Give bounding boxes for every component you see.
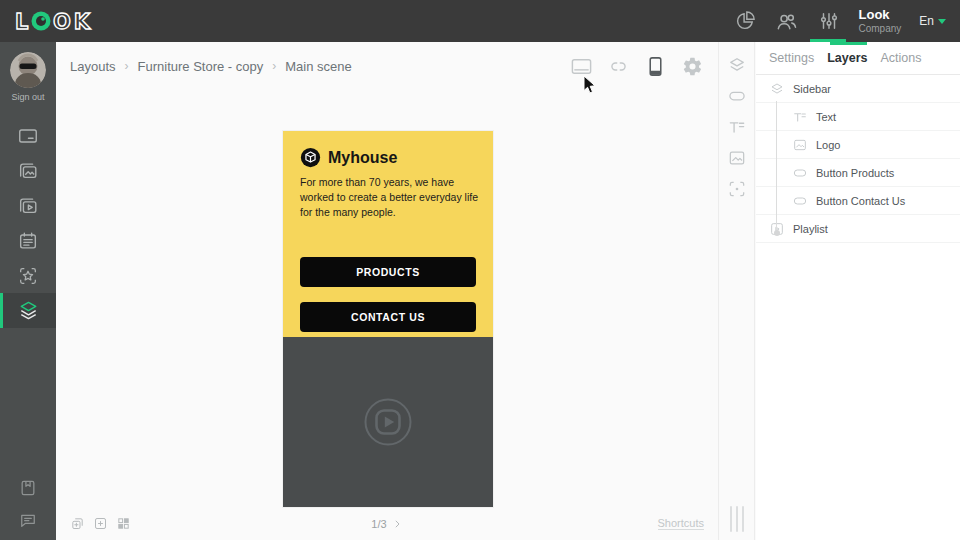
brand-name: Myhouse bbox=[328, 149, 397, 167]
active-nav-underline bbox=[810, 39, 846, 42]
breadcrumb-scene-name[interactable]: Main scene bbox=[285, 59, 351, 74]
grid-view-icon[interactable] bbox=[116, 516, 131, 531]
sidebar-item-media[interactable] bbox=[0, 153, 56, 188]
image-icon bbox=[792, 137, 808, 153]
layer-tree-dot bbox=[774, 230, 780, 236]
media-icon bbox=[17, 160, 39, 182]
sidebar-layer-preview[interactable]: Myhouse For more than 70 years, we have … bbox=[283, 131, 493, 337]
avatar[interactable] bbox=[10, 52, 46, 88]
layer-label: Playlist bbox=[793, 223, 828, 235]
transform-icon[interactable] bbox=[727, 179, 747, 199]
layer-tree-line bbox=[776, 101, 777, 232]
controls-icon[interactable] bbox=[817, 0, 841, 42]
layer-row-sidebar[interactable]: Sidebar bbox=[756, 75, 960, 103]
layer-label: Text bbox=[816, 111, 836, 123]
layers-icon[interactable] bbox=[727, 55, 747, 75]
panel-tabs: Settings Layers Actions bbox=[756, 42, 960, 75]
layers-icon bbox=[769, 81, 785, 97]
duplicate-scene-icon[interactable] bbox=[70, 516, 85, 531]
stats-icon[interactable] bbox=[733, 9, 757, 33]
settings-gear-icon[interactable] bbox=[680, 54, 704, 78]
scene-pagination: 1/3 bbox=[371, 518, 402, 530]
videos-icon bbox=[17, 195, 39, 217]
layer-label: Button Contact Us bbox=[816, 195, 905, 207]
breadcrumb-separator: › bbox=[272, 59, 276, 73]
tab-actions[interactable]: Actions bbox=[880, 51, 921, 65]
layer-label: Sidebar bbox=[793, 83, 831, 95]
button-icon bbox=[792, 165, 808, 181]
breadcrumb-separator: › bbox=[125, 59, 129, 73]
sidebar-item-videos[interactable] bbox=[0, 188, 56, 223]
page-indicator: 1/3 bbox=[371, 518, 386, 530]
topbar: L OK Look Company En bbox=[0, 0, 960, 42]
layer-row-playlist[interactable]: Playlist bbox=[756, 215, 960, 243]
portrait-icon[interactable] bbox=[643, 54, 667, 78]
products-button[interactable]: PRODUCTS bbox=[300, 257, 476, 287]
account-name: Look bbox=[859, 8, 902, 23]
account-type: Company bbox=[859, 23, 902, 35]
add-scene-icon[interactable] bbox=[93, 516, 108, 531]
topbar-right: Look Company En bbox=[733, 0, 947, 42]
sidebar-item-layouts[interactable] bbox=[0, 293, 56, 328]
layer-label: Button Products bbox=[816, 167, 894, 179]
brand-row: Myhouse bbox=[300, 147, 476, 168]
play-button-icon[interactable] bbox=[364, 398, 412, 446]
main-header: Layouts › Furniture Store - copy › Main … bbox=[56, 42, 718, 90]
button-icon[interactable] bbox=[727, 86, 747, 106]
main-area: Layouts › Furniture Store - copy › Main … bbox=[56, 42, 718, 540]
sidebar-item-widgets[interactable] bbox=[0, 258, 56, 293]
unlink-icon[interactable] bbox=[606, 54, 630, 78]
layer-label: Logo bbox=[816, 139, 840, 151]
layers-list: Sidebar Text Logo Button Products Button… bbox=[756, 75, 960, 243]
look-logo[interactable]: L OK bbox=[14, 7, 102, 35]
playlist-layer-preview[interactable] bbox=[283, 337, 493, 507]
next-scene-icon[interactable] bbox=[393, 519, 403, 529]
left-sidebar: Sign out bbox=[0, 42, 56, 540]
chat-icon[interactable] bbox=[18, 510, 38, 530]
breadcrumb-layouts[interactable]: Layouts bbox=[70, 59, 116, 74]
element-toolbar bbox=[718, 42, 755, 540]
sidebar-item-schedule[interactable] bbox=[0, 223, 56, 258]
tab-settings[interactable]: Settings bbox=[769, 51, 814, 65]
account-menu[interactable]: Look Company bbox=[859, 8, 902, 34]
orientation-toolbar bbox=[569, 54, 704, 78]
tab-layers[interactable]: Layers bbox=[827, 51, 867, 65]
layer-row-button-contact-us[interactable]: Button Contact Us bbox=[756, 187, 960, 215]
element-toolbar-icons bbox=[719, 42, 754, 199]
layer-row-text[interactable]: Text bbox=[756, 103, 960, 131]
screens-icon bbox=[17, 125, 39, 147]
sign-out-link[interactable]: Sign out bbox=[11, 92, 44, 102]
scene-bottom-bar: 1/3 Shortcuts bbox=[56, 507, 718, 540]
breadcrumb-layout-name[interactable]: Furniture Store - copy bbox=[138, 59, 264, 74]
layouts-icon bbox=[17, 299, 40, 322]
text-icon bbox=[792, 109, 808, 125]
active-tab-indicator bbox=[830, 42, 867, 45]
widgets-icon bbox=[17, 265, 39, 287]
svg-text:L: L bbox=[15, 10, 28, 34]
users-icon[interactable] bbox=[775, 9, 799, 33]
sidebar-item-screens[interactable] bbox=[0, 118, 56, 153]
landscape-icon[interactable] bbox=[569, 54, 593, 78]
sidebar-bottom bbox=[0, 478, 56, 530]
look-logo-icon: L OK bbox=[14, 7, 102, 35]
docs-icon[interactable] bbox=[18, 478, 38, 498]
button-icon bbox=[792, 193, 808, 209]
text-icon[interactable] bbox=[727, 117, 747, 137]
cube-icon bbox=[300, 147, 321, 168]
right-panel: Settings Layers Actions Sidebar Text Log… bbox=[756, 42, 960, 540]
caret-down-icon bbox=[938, 18, 946, 24]
scene-actions bbox=[70, 516, 131, 531]
scene-preview[interactable]: Myhouse For more than 70 years, we have … bbox=[283, 131, 493, 507]
shortcuts-link[interactable]: Shortcuts bbox=[658, 517, 704, 530]
avatar-block: Sign out bbox=[0, 42, 56, 102]
sidebar-nav bbox=[0, 118, 56, 328]
layer-row-button-products[interactable]: Button Products bbox=[756, 159, 960, 187]
breadcrumb: Layouts › Furniture Store - copy › Main … bbox=[70, 59, 352, 74]
layer-row-logo[interactable]: Logo bbox=[756, 131, 960, 159]
image-icon[interactable] bbox=[727, 148, 747, 168]
contact-us-button[interactable]: CONTACT US bbox=[300, 302, 476, 332]
schedule-icon bbox=[17, 230, 39, 252]
panel-resize-handle[interactable] bbox=[719, 506, 754, 532]
language-selector[interactable]: En bbox=[919, 14, 946, 28]
avatar-image bbox=[10, 52, 46, 88]
